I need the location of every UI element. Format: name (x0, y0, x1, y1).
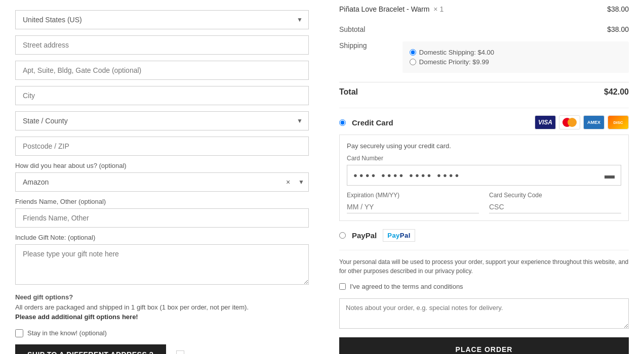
domestic-shipping-option: Domestic Shipping: $4.00 (410, 49, 622, 56)
subtotal-label: Subtotal (339, 21, 402, 37)
gift-note-field-group: Include Gift Note: (optional) (15, 234, 309, 286)
secure-text: Pay securely using your credit card. (347, 142, 621, 150)
domestic-priority-label: Domestic Priority: $9.99 (419, 58, 489, 66)
card-fields-row: Expiration (MM/YY) Card Security Code (347, 192, 621, 213)
shipping-label: Shipping (339, 37, 402, 82)
visa-icon: VISA (535, 115, 556, 129)
domestic-priority-option: Domestic Priority: $9.99 (410, 58, 622, 66)
stay-in-know-checkbox[interactable] (15, 329, 23, 337)
ship-different-checkbox[interactable] (176, 350, 184, 355)
card-number-dots: ●●●● ●●●● ●●●● ●●●● (353, 171, 605, 179)
total-value: $42.00 (402, 82, 629, 101)
stay-in-know-row: Stay in the know! (optional) (15, 329, 309, 337)
total-row: Total $42.00 (339, 82, 629, 101)
card-number-row: ●●●● ●●●● ●●●● ●●●● ▬ (347, 165, 621, 186)
country-field-group: United States (US) ▼ (15, 10, 309, 29)
how-hear-field-group: How did you hear about us? (optional) Am… (15, 162, 309, 192)
shipping-row: Shipping Domestic Shipping: $4.00 Domest… (339, 37, 629, 82)
domestic-priority-radio[interactable] (410, 59, 416, 65)
stay-in-know-label: Stay in the know! (optional) (27, 329, 107, 337)
gift-info-block: Need gift options? All orders are packag… (15, 292, 309, 322)
shipping-options-box: Domestic Shipping: $4.00 Domestic Priori… (402, 41, 629, 73)
amex-icon: AMEX (583, 115, 605, 129)
order-item-price: $38.00 (607, 5, 629, 13)
gift-note-textarea[interactable] (15, 244, 309, 285)
terms-label: I've agreed to the terms and conditions (350, 283, 463, 290)
domestic-shipping-label: Domestic Shipping: $4.00 (419, 49, 494, 56)
street-field-group (15, 35, 309, 55)
postcode-input[interactable] (15, 137, 309, 156)
how-hear-clear-icon[interactable]: × (282, 178, 294, 186)
gift-note-label: Include Gift Note: (optional) (15, 234, 309, 241)
friends-name-input[interactable] (15, 208, 309, 228)
divider-1 (339, 108, 629, 108)
subtotal-value: $38.00 (402, 21, 629, 37)
credit-card-form: Pay securely using your credit card. Car… (339, 135, 629, 221)
paypal-logo: PayPal (383, 229, 415, 242)
credit-card-header: Credit Card VISA AMEX DISC (339, 115, 629, 129)
terms-row: I've agreed to the terms and conditions (339, 283, 629, 290)
paypal-label: PayPal (352, 231, 377, 240)
terms-checkbox[interactable] (339, 283, 346, 290)
gift-info-text: All orders are packaged and shipped in 1… (15, 302, 309, 322)
csc-label: Card Security Code (489, 192, 621, 199)
friends-name-field-group: Friends Name, Other (optional) (15, 198, 309, 228)
discover-icon: DISC (608, 115, 629, 129)
gift-options-link[interactable]: Please add additional gift options here! (15, 313, 138, 321)
credit-card-label: Credit Card (352, 118, 393, 127)
order-notes-textarea[interactable] (339, 298, 629, 329)
domestic-shipping-radio[interactable] (410, 49, 416, 56)
left-panel: United States (US) ▼ State / County ▼ (0, 0, 324, 354)
postcode-field-group (15, 137, 309, 156)
how-hear-select[interactable]: Amazon (16, 173, 282, 191)
country-select[interactable]: United States (US) (15, 10, 309, 29)
paypal-option: PayPal PayPal (339, 229, 629, 242)
order-summary-table: Subtotal $38.00 Shipping Domestic Shippi… (339, 21, 629, 101)
street-input[interactable] (15, 35, 309, 55)
card-number-label: Card Number (347, 155, 621, 162)
card-icons: VISA AMEX DISC (535, 115, 629, 129)
order-item-name: Piñata Love Bracelet - Warm × 1 (339, 5, 444, 13)
apt-field-group (15, 61, 309, 80)
expiry-label: Expiration (MM/YY) (347, 192, 479, 199)
how-hear-chevron-icon: ▼ (294, 179, 308, 186)
csc-input[interactable] (489, 201, 621, 213)
how-hear-label: How did you hear about us? (optional) (15, 162, 309, 169)
city-field-group (15, 86, 309, 105)
total-label: Total (339, 82, 402, 101)
city-input[interactable] (15, 86, 309, 105)
subtotal-row: Subtotal $38.00 (339, 21, 629, 37)
mastercard-icon (559, 115, 580, 129)
need-gift-title: Need gift options? (15, 292, 309, 302)
credit-card-option: Credit Card VISA AMEX DISC (339, 115, 629, 221)
credit-card-radio[interactable] (339, 119, 346, 126)
paypal-radio[interactable] (339, 232, 346, 239)
friends-name-label: Friends Name, Other (optional) (15, 198, 309, 205)
ship-different-button[interactable]: SHIP TO A DIFFERENT ADDRESS ? (15, 344, 166, 355)
state-field-group: State / County ▼ (15, 111, 309, 130)
ship-different-row: SHIP TO A DIFFERENT ADDRESS ? (15, 344, 309, 355)
right-panel: Piñata Love Bracelet - Warm × 1 $38.00 S… (324, 0, 644, 354)
expiry-field-group: Expiration (MM/YY) (347, 192, 479, 213)
order-item-row: Piñata Love Bracelet - Warm × 1 $38.00 (339, 5, 629, 13)
place-order-button[interactable]: PLACE ORDER (339, 337, 629, 354)
state-select[interactable]: State / County (15, 111, 309, 130)
paypal-header: PayPal PayPal (339, 229, 629, 242)
expiry-input[interactable] (347, 201, 479, 213)
csc-field-group: Card Security Code (489, 192, 621, 213)
divider-2 (339, 250, 629, 250)
card-inline-icon: ▬ (605, 169, 615, 181)
privacy-text: Your personal data will be used to proce… (339, 257, 629, 276)
apt-input[interactable] (15, 61, 309, 80)
